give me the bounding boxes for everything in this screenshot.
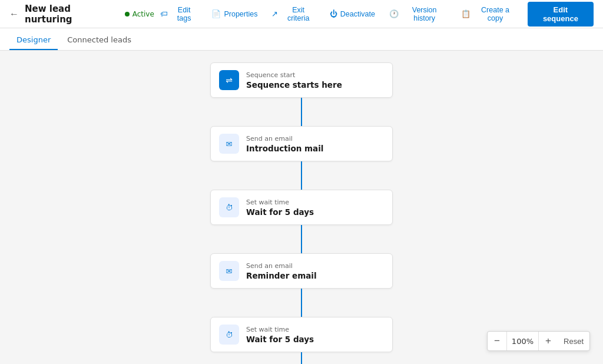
header: ← New lead nurturing Active 🏷 Edit tags … [0, 0, 603, 28]
wait-2-icon: ⏱ [219, 325, 239, 345]
connector-5 [301, 352, 302, 364]
version-history-icon: 🕐 [389, 9, 399, 18]
connector-4 [301, 289, 302, 317]
deactivate-icon: ⏻ [330, 9, 337, 18]
back-icon: ← [9, 9, 19, 19]
tabs: Designer Connected leads [0, 28, 603, 51]
intro-email-icon: ✉ [219, 134, 239, 154]
deactivate-button[interactable]: ⏻ Deactivate [324, 6, 381, 21]
status-label: Active [132, 10, 154, 18]
intro-email-card[interactable]: ✉ Send an email Introduction mail [210, 126, 393, 161]
canvas: ⇌ Sequence start Sequence starts here ✉ … [0, 51, 603, 364]
sequence-start-card[interactable]: ⇌ Sequence start Sequence starts here [210, 62, 393, 98]
deactivate-label: Deactivate [340, 10, 375, 18]
create-copy-button[interactable]: 📋 Create a copy [455, 3, 522, 25]
wait-1-content: Set wait time Wait for 5 days [246, 198, 384, 217]
back-button[interactable]: ← [9, 9, 19, 19]
tab-connected-leads[interactable]: Connected leads [60, 31, 138, 50]
wait-1-label: Set wait time [246, 198, 384, 206]
edit-tags-label: Edit tags [171, 6, 198, 22]
reminder-email-card[interactable]: ✉ Send an email Reminder email [210, 253, 393, 289]
wait-1-title: Wait for 5 days [246, 207, 384, 217]
status-dot [125, 12, 130, 16]
page-title: New lead nurturing [25, 4, 119, 25]
connector-1 [301, 98, 302, 126]
reminder-email-content: Send an email Reminder email [246, 262, 384, 280]
create-copy-label: Create a copy [473, 6, 516, 22]
wait-2-title: Wait for 5 days [246, 335, 384, 344]
status-badge: Active [125, 10, 154, 18]
zoom-reset-button[interactable]: Reset [558, 332, 589, 350]
start-card-icon: ⇌ [219, 70, 239, 90]
exit-criteria-label: Exit criteria [281, 6, 315, 22]
tab-designer[interactable]: Designer [9, 31, 58, 50]
version-history-label: Version history [402, 6, 447, 22]
reminder-email-icon: ✉ [219, 261, 239, 281]
properties-icon: 📄 [211, 9, 221, 18]
edit-tags-icon: 🏷 [160, 9, 168, 18]
wait-5days-1-card[interactable]: ⏱ Set wait time Wait for 5 days [210, 190, 393, 225]
properties-label: Properties [224, 10, 257, 18]
exit-criteria-button[interactable]: ↗ Exit criteria [266, 3, 321, 25]
exit-criteria-icon: ↗ [271, 9, 278, 18]
start-card-content: Sequence start Sequence starts here [246, 71, 384, 90]
zoom-out-button[interactable]: − [488, 332, 506, 350]
zoom-controls: − 100% + Reset [487, 331, 590, 351]
version-history-button[interactable]: 🕐 Version history [383, 3, 453, 25]
wait-2-label: Set wait time [246, 326, 384, 333]
intro-email-content: Send an email Introduction mail [246, 135, 384, 153]
wait-2-content: Set wait time Wait for 5 days [246, 326, 384, 344]
reminder-email-label: Send an email [246, 262, 384, 270]
edit-tags-button[interactable]: 🏷 Edit tags [154, 3, 204, 25]
intro-email-label: Send an email [246, 135, 384, 143]
connector-2 [301, 161, 302, 190]
properties-button[interactable]: 📄 Properties [206, 6, 263, 21]
flow-container: ⇌ Sequence start Sequence starts here ✉ … [207, 62, 396, 364]
connector-3 [301, 225, 302, 253]
start-card-label: Sequence start [246, 71, 384, 79]
edit-sequence-button[interactable]: Edit sequence [528, 2, 594, 27]
create-copy-icon: 📋 [461, 9, 471, 18]
zoom-in-button[interactable]: + [539, 332, 558, 350]
reminder-email-title: Reminder email [246, 271, 384, 280]
intro-email-title: Introduction mail [246, 144, 384, 153]
wait-5days-2-card[interactable]: ⏱ Set wait time Wait for 5 days [210, 317, 393, 352]
zoom-value: 100% [506, 332, 539, 350]
header-actions: 🏷 Edit tags 📄 Properties ↗ Exit criteria… [154, 2, 594, 27]
wait-1-icon: ⏱ [219, 197, 239, 217]
start-card-title: Sequence starts here [246, 80, 384, 90]
